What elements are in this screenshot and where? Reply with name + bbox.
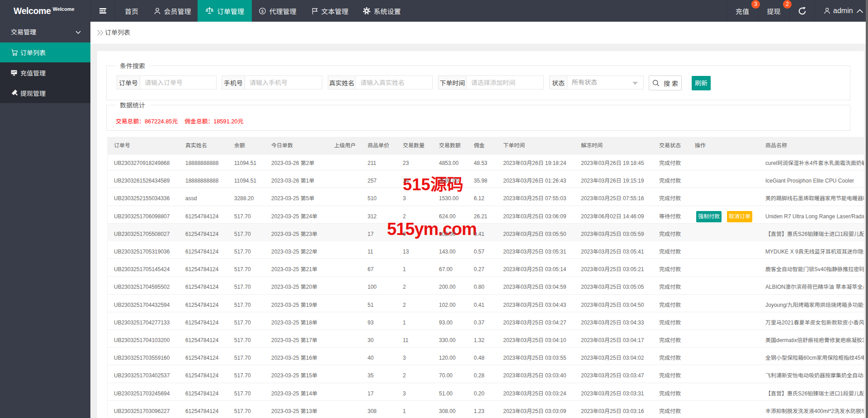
svg-text:$: $: [261, 9, 264, 14]
